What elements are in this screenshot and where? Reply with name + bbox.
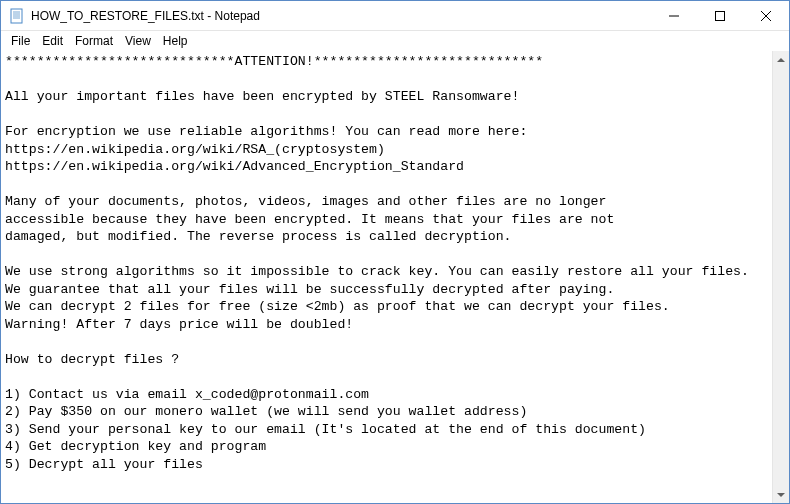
- svg-rect-6: [716, 11, 725, 20]
- content-wrapper: *****************************ATTENTION!*…: [1, 51, 789, 503]
- menubar: File Edit Format View Help: [1, 31, 789, 51]
- scroll-down-arrow[interactable]: [773, 486, 789, 503]
- svg-marker-10: [777, 493, 785, 497]
- menu-file[interactable]: File: [5, 33, 36, 49]
- minimize-button[interactable]: [651, 1, 697, 30]
- text-area[interactable]: *****************************ATTENTION!*…: [1, 51, 772, 503]
- menu-format[interactable]: Format: [69, 33, 119, 49]
- titlebar: HOW_TO_RESTORE_FILES.txt - Notepad: [1, 1, 789, 31]
- svg-marker-9: [777, 58, 785, 62]
- scroll-track[interactable]: [773, 68, 789, 486]
- maximize-button[interactable]: [697, 1, 743, 30]
- window-title: HOW_TO_RESTORE_FILES.txt - Notepad: [31, 9, 651, 23]
- notepad-icon: [9, 8, 25, 24]
- window-controls: [651, 1, 789, 30]
- scroll-up-arrow[interactable]: [773, 51, 789, 68]
- menu-view[interactable]: View: [119, 33, 157, 49]
- menu-edit[interactable]: Edit: [36, 33, 69, 49]
- menu-help[interactable]: Help: [157, 33, 194, 49]
- close-button[interactable]: [743, 1, 789, 30]
- vertical-scrollbar[interactable]: [772, 51, 789, 503]
